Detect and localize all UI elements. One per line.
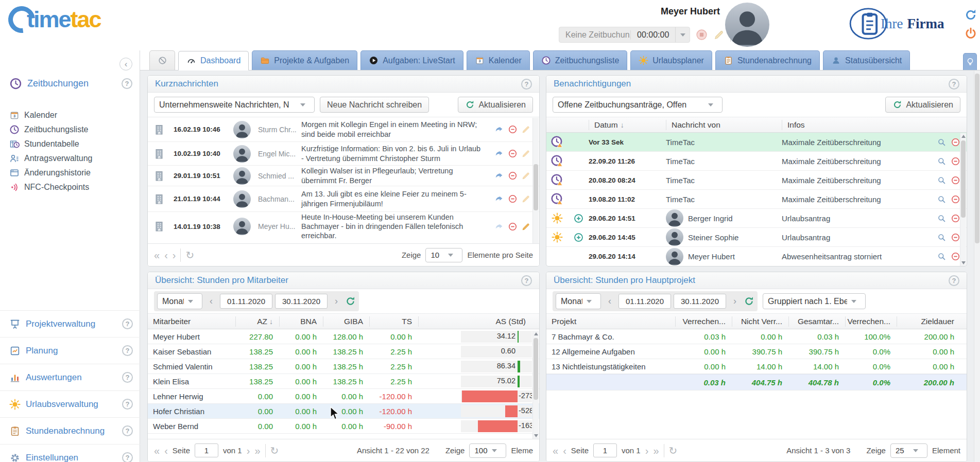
scroll-up-icon[interactable] [534,332,538,335]
timer-task-field[interactable]: Keine Zeitbuchun... [559,30,630,40]
message-row[interactable]: 10.02.19 10:40 Engel Mic... Kurzfristige… [148,142,539,166]
edit-icon[interactable] [521,149,531,158]
prev-page-icon[interactable]: ‹ [164,250,168,260]
page-scrollbar[interactable] [974,70,980,462]
notification-row[interactable]: 29.06.20 14:51 Berger Ingrid Urlaubsantr… [546,209,967,228]
message-row[interactable]: 14.01.19 10:38 Meyer Hu... Heute In-Hous… [148,212,539,241]
tab-statusuebersicht[interactable]: Statusübersicht [823,50,910,70]
view-details-icon[interactable] [937,156,947,166]
prev-page-icon[interactable]: ‹ [164,446,168,456]
sidebar-item-urlaubsverwaltung[interactable]: Urlaubsverwaltung? [0,390,140,417]
dismiss-icon[interactable] [951,214,960,223]
group-by-select[interactable]: Gruppiert nach 1. Eber [763,293,866,309]
forward-icon[interactable] [494,125,504,134]
dismiss-icon[interactable] [951,156,960,166]
column-header-datum[interactable]: Datum↓ [589,120,666,130]
logout-power-icon[interactable] [964,27,977,40]
delete-icon[interactable] [508,222,518,232]
column-header-projekt[interactable]: Projekt [546,316,675,327]
sidebar-item-zeitbuchungsliste[interactable]: Zeitbuchungsliste [9,122,131,137]
date-from-input[interactable] [220,294,272,309]
help-icon[interactable]: ? [122,399,133,410]
column-header-az[interactable]: AZ↓ [235,316,279,327]
page-size-select[interactable]: 10 [425,248,462,262]
help-icon[interactable]: ? [122,452,133,462]
help-icon[interactable]: ? [122,372,133,383]
refresh-messages-button[interactable]: Aktualisieren [458,97,533,113]
column-header-nicht-verrechenbar[interactable]: Nicht Verr... [732,316,788,327]
dismiss-icon[interactable] [951,233,960,242]
table-row[interactable]: Meyer Hubert 227.80 0.00 h 128.00 h 0.00… [148,329,539,344]
message-row[interactable]: 16.02.19 10:46 Sturm Chr... Morgen mit K… [148,117,539,142]
last-page-icon[interactable]: » [254,446,260,456]
delete-icon[interactable] [508,194,518,204]
message-filter-select[interactable]: Unternehmensweite Nachrichten, N [154,97,315,113]
scrollbar-thumb[interactable] [975,74,979,243]
scrollbar-thumb[interactable] [961,140,966,218]
column-header-ts[interactable]: TS [369,316,418,327]
help-icon[interactable]: ? [521,79,532,90]
edit-icon[interactable] [521,171,531,181]
forward-icon[interactable] [494,222,504,232]
tab-urlaubsplaner[interactable]: Urlaubsplaner [630,50,712,70]
sidebar-item-kalender[interactable]: Kalender [9,108,131,122]
column-header-verrechenbar-pct[interactable]: Verrechen... [845,316,897,327]
scroll-down-icon[interactable] [534,434,538,437]
notification-row[interactable]: 29.06.20 14:14 Meyer Hubert Abwesenheits… [546,247,967,266]
table-row[interactable]: 7 Bachmayr & Co. 0.03 h 0.00 h 0.03 h 10… [546,329,967,344]
notification-row[interactable]: 19.08.20 11:02 TimeTac Maximale Zeitüber… [546,190,967,209]
add-request-icon[interactable] [573,232,584,243]
sidebar-item-stundentabelle[interactable]: Stundentabelle [9,137,131,151]
prev-period-icon[interactable]: ‹ [205,294,217,309]
tab-dashboard[interactable]: Dashboard [178,51,249,70]
scroll-up-icon[interactable] [961,135,966,138]
dismiss-icon[interactable] [951,175,960,185]
sidebar-item-zeitbuchungen[interactable]: Zeitbuchungen [9,77,89,90]
edit-icon[interactable] [521,125,531,134]
next-page-icon[interactable]: › [173,250,176,260]
table-row[interactable]: 12 Allgemeine Aufgaben 0.00 h 390.75 h 3… [546,344,967,359]
next-period-icon[interactable]: › [729,294,741,309]
dismiss-icon[interactable] [951,137,960,147]
column-header-as[interactable]: AS (Std) [418,316,532,327]
message-row[interactable]: 29.01.19 10:51 Schmied ... Kollegin Wals… [148,166,539,186]
column-header-verrechenbar[interactable]: Verrechen... [675,316,732,327]
help-icon[interactable]: ? [122,425,133,436]
first-page-icon[interactable]: « [154,446,160,456]
tab-projekte-aufgaben[interactable]: Projekte & Aufgaben [252,50,357,70]
dismiss-icon[interactable] [951,194,960,204]
table-row[interactable]: Schmied Valentin 138.25 0.00 h 138.25 h … [148,359,539,374]
scrollbar-thumb[interactable] [534,338,538,400]
column-header-mitarbeiter[interactable]: Mitarbeiter [148,316,235,327]
date-to-input[interactable] [674,294,726,309]
column-header-zieldauer[interactable]: Zieldauer [897,316,960,327]
delete-icon[interactable] [508,149,518,158]
notification-row[interactable]: 20.08.20 08:24 TimeTac Maximale Zeitüber… [546,171,967,190]
tab-zeitbuchungsliste[interactable]: Zeitbuchungsliste [533,50,628,70]
help-icon[interactable]: ? [521,275,532,286]
edit-booking-icon[interactable] [713,29,725,41]
sidebar-item-stundenabrechnung[interactable]: Stundenabrechnung? [0,417,140,444]
page-number-input[interactable] [195,443,218,457]
next-page-icon[interactable]: › [645,446,649,456]
tab-kalender[interactable]: Kalender [467,50,530,70]
refresh-icon[interactable] [345,296,356,307]
column-header-nachricht-von[interactable]: Nachricht von [666,120,782,130]
employees-scrollbar[interactable] [532,331,539,439]
new-message-button[interactable]: Neue Nachricht schreiben [320,97,429,113]
help-icon[interactable]: ? [122,345,133,356]
timer-dropdown-button[interactable] [675,27,690,42]
prev-period-icon[interactable]: ‹ [604,294,616,309]
delete-icon[interactable] [508,171,518,181]
first-page-icon[interactable]: « [154,250,160,260]
page-number-input[interactable] [593,443,617,457]
messages-scrollbar[interactable] [532,118,539,243]
first-page-icon[interactable]: « [553,446,558,456]
notifications-scrollbar[interactable] [960,133,966,266]
tips-lightbulb-button[interactable] [963,53,977,70]
sidebar-item-auswertungen[interactable]: Auswertungen? [0,364,140,390]
tab-overview-button[interactable] [149,50,175,70]
user-avatar[interactable] [725,3,769,47]
refresh-notifications-button[interactable]: Aktualisieren [885,97,960,113]
sidebar-item-aenderungshistorie[interactable]: Änderungshistorie [9,166,131,180]
